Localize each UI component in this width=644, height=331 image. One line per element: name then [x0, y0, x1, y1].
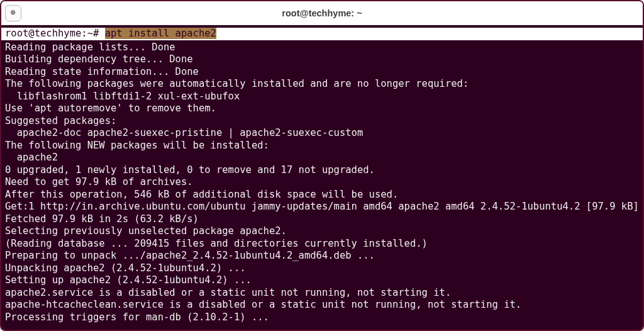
terminal-output-line: Reading package lists... Done [5, 42, 175, 53]
terminal-output-line: Fetched 97.9 kB in 2s (63.2 kB/s) [5, 213, 199, 225]
new-tab-button[interactable]: ⊕ [5, 5, 21, 21]
plus-icon: ⊕ [11, 8, 16, 17]
terminal-output-line: Get:1 http://in.archive.ubuntu.com/ubunt… [5, 201, 639, 212]
shell-prompt: root@techhyme:~# [5, 28, 105, 39]
terminal-output-line: Processing triggers for man-db (2.10.2-1… [5, 311, 269, 323]
terminal-output-line: apache2-doc apache2-suexec-pristine | ap… [5, 127, 363, 138]
terminal-output-line: Suggested packages: [5, 115, 116, 126]
terminal-output-line: apache2.service is a disabled or a stati… [5, 287, 451, 298]
typed-command: apt install apache2 [105, 28, 216, 39]
terminal-output-line: Selecting previously unselected package … [5, 225, 287, 237]
command-line: root@techhyme:~# apt install apache2 [1, 28, 643, 40]
terminal-window: ⊕ root@techhyme: ~ root@techhyme:~# apt … [0, 0, 644, 331]
terminal-output-line: Use 'apt autoremove' to remove them. [5, 103, 216, 114]
terminal-output-line: The following NEW packages will be insta… [5, 140, 269, 151]
terminal-output-line: (Reading database ... 209415 files and d… [5, 238, 428, 249]
terminal-output-line: Need to get 97.9 kB of archives. [5, 176, 193, 188]
terminal-output-line: Unpacking apache2 (2.4.52-1ubuntu4.2) ..… [5, 262, 246, 274]
terminal-output-line: apache-htcacheclean.service is a disable… [5, 299, 521, 310]
titlebar: ⊕ root@techhyme: ~ [1, 1, 643, 25]
terminal-output-line: Setting up apache2 (2.4.52-1ubuntu4.2) .… [5, 274, 252, 286]
terminal-output-line: libflashrom1 libftdi1-2 xul-ext-ubufox [5, 91, 240, 102]
terminal-output-line: apache2 [5, 152, 58, 163]
terminal-output-line: Preparing to unpack .../apache2_2.4.52-1… [5, 250, 375, 261]
terminal-output-line: Reading state information... Done [5, 66, 199, 77]
window-title: root@techhyme: ~ [1, 8, 643, 18]
terminal-output-line: 0 upgraded, 1 newly installed, 0 to remo… [5, 164, 375, 176]
terminal-output-line: Building dependency tree... Done [5, 53, 193, 65]
terminal-area[interactable]: root@techhyme:~# apt install apache2Read… [1, 25, 643, 330]
terminal-output-line: After this operation, 546 kB of addition… [5, 189, 398, 200]
terminal-output-line: The following packages were automaticall… [5, 78, 469, 89]
